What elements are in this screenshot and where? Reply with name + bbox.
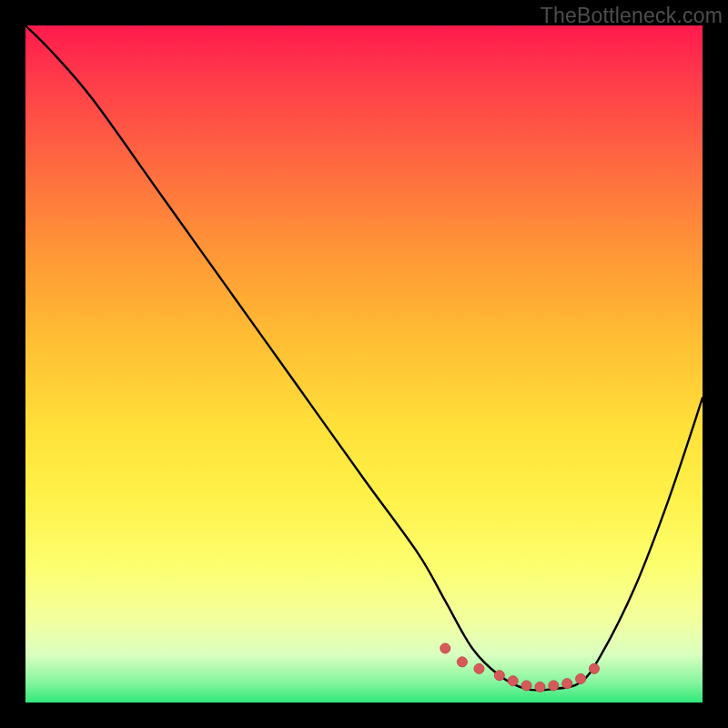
- chart-svg: [25, 25, 703, 703]
- flat-bottom-marker: [562, 679, 572, 689]
- flat-bottom-marker: [521, 681, 531, 691]
- flat-bottom-marker: [494, 671, 504, 681]
- flat-bottom-marker: [549, 681, 559, 691]
- flat-bottom-marker: [535, 682, 545, 692]
- flat-bottom-marker: [589, 663, 599, 673]
- flat-bottom-marker: [474, 663, 484, 673]
- flat-bottom-marker: [508, 676, 518, 686]
- flat-bottom-marker: [440, 643, 450, 653]
- chart-frame: [25, 25, 703, 703]
- watermark-text: TheBottleneck.com: [541, 4, 723, 28]
- flat-bottom-marker: [576, 673, 586, 683]
- bottleneck-curve: [25, 25, 703, 691]
- flat-bottom-marker: [457, 657, 467, 667]
